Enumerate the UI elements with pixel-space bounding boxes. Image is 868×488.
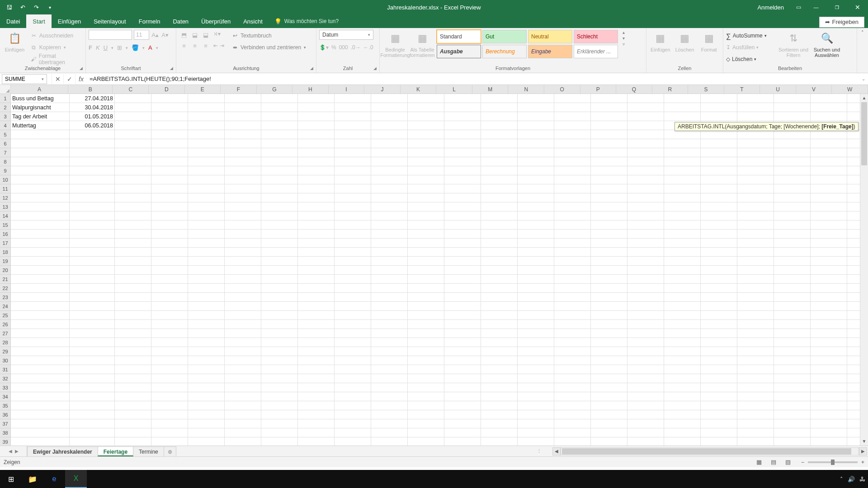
cell[interactable] xyxy=(115,248,151,257)
cell[interactable] xyxy=(811,329,847,338)
cell[interactable] xyxy=(444,284,481,293)
cell[interactable] xyxy=(554,419,591,428)
cell[interactable] xyxy=(115,365,151,374)
row-header[interactable]: 21 xyxy=(0,275,11,284)
cell[interactable] xyxy=(774,302,811,311)
redo-icon[interactable]: ↷ xyxy=(30,1,42,14)
cell[interactable] xyxy=(298,221,335,230)
decrease-decimal-icon[interactable]: ←.0 xyxy=(363,44,373,51)
zoom-in-icon[interactable]: + xyxy=(861,459,864,465)
find-select-button[interactable]: 🔍Suchen und Auswählen xyxy=(811,30,843,58)
cell[interactable] xyxy=(554,284,591,293)
cell[interactable] xyxy=(261,221,298,230)
decrease-indent-icon[interactable]: ⇤ xyxy=(213,42,218,49)
cell[interactable] xyxy=(408,184,444,193)
cell[interactable] xyxy=(664,293,701,302)
cell[interactable] xyxy=(701,230,737,239)
cell[interactable] xyxy=(737,175,774,184)
cell[interactable] xyxy=(298,257,335,266)
cell[interactable] xyxy=(554,338,591,347)
cell[interactable] xyxy=(774,356,811,365)
cell[interactable] xyxy=(408,302,444,311)
cell[interactable] xyxy=(627,112,664,121)
cell[interactable] xyxy=(188,202,225,211)
cell[interactable] xyxy=(298,94,335,103)
cell[interactable] xyxy=(518,94,554,103)
dialog-launcher-icon[interactable]: ◢ xyxy=(373,65,377,72)
cell[interactable] xyxy=(371,329,408,338)
cell[interactable] xyxy=(335,275,371,284)
cell[interactable] xyxy=(151,266,188,275)
excel-taskbar-icon[interactable]: X xyxy=(65,470,87,488)
cell[interactable] xyxy=(298,419,335,428)
cell[interactable] xyxy=(444,121,481,130)
cell[interactable] xyxy=(554,266,591,275)
cell[interactable] xyxy=(737,329,774,338)
col-header[interactable]: Q xyxy=(616,85,652,94)
align-left-icon[interactable]: ≡ xyxy=(179,41,189,51)
cell[interactable] xyxy=(444,329,481,338)
cell[interactable] xyxy=(701,148,737,157)
row-header[interactable]: 22 xyxy=(0,284,11,293)
cell[interactable] xyxy=(261,202,298,211)
cell[interactable] xyxy=(518,356,554,365)
cell[interactable] xyxy=(371,275,408,284)
cell[interactable] xyxy=(225,284,261,293)
cell[interactable] xyxy=(518,338,554,347)
cell[interactable] xyxy=(481,275,518,284)
tab-datei[interactable]: Datei xyxy=(0,14,26,28)
tab-seitenlayout[interactable]: Seitenlayout xyxy=(87,14,132,28)
cell[interactable] xyxy=(408,94,444,103)
cell[interactable] xyxy=(627,356,664,365)
cell[interactable] xyxy=(481,130,518,139)
worksheet-grid[interactable]: 1Buss und Bettag27.04.20182Walpurgisnach… xyxy=(0,94,868,446)
cell[interactable] xyxy=(298,365,335,374)
cell[interactable] xyxy=(408,211,444,221)
row-header[interactable]: 12 xyxy=(0,193,11,202)
cell[interactable] xyxy=(70,365,115,374)
cell[interactable] xyxy=(774,428,811,437)
row-header[interactable]: 34 xyxy=(0,392,11,401)
cell[interactable] xyxy=(481,112,518,121)
cell[interactable] xyxy=(70,356,115,365)
cell[interactable] xyxy=(737,392,774,401)
cell[interactable] xyxy=(151,374,188,383)
cell[interactable] xyxy=(408,392,444,401)
cell[interactable] xyxy=(737,356,774,365)
cell[interactable] xyxy=(481,221,518,230)
cell[interactable] xyxy=(408,193,444,202)
cell[interactable] xyxy=(811,230,847,239)
cell[interactable] xyxy=(261,338,298,347)
orientation-icon[interactable]: ⤭▾ xyxy=(213,31,224,41)
cell[interactable] xyxy=(115,329,151,338)
cell[interactable] xyxy=(115,139,151,148)
cell[interactable] xyxy=(627,166,664,175)
cell[interactable] xyxy=(664,284,701,293)
currency-icon[interactable]: 💲▾ xyxy=(319,44,329,51)
cell[interactable] xyxy=(151,130,188,139)
cell[interactable] xyxy=(444,365,481,374)
cell[interactable] xyxy=(481,311,518,320)
cell[interactable] xyxy=(225,347,261,356)
cell[interactable] xyxy=(298,320,335,329)
cell[interactable] xyxy=(371,338,408,347)
cell[interactable] xyxy=(408,401,444,410)
row-header[interactable]: 13 xyxy=(0,202,11,211)
cell[interactable] xyxy=(371,410,408,419)
cell[interactable] xyxy=(737,410,774,419)
cell[interactable] xyxy=(518,166,554,175)
cell[interactable] xyxy=(11,320,70,329)
cell[interactable] xyxy=(591,428,627,437)
cell[interactable] xyxy=(811,383,847,392)
col-header[interactable]: R xyxy=(652,85,689,94)
cell[interactable] xyxy=(115,184,151,193)
cell[interactable] xyxy=(11,374,70,383)
cell[interactable] xyxy=(737,130,774,139)
cell[interactable] xyxy=(811,266,847,275)
cell[interactable] xyxy=(774,211,811,221)
cell[interactable] xyxy=(664,302,701,311)
cell[interactable] xyxy=(774,284,811,293)
cell[interactable] xyxy=(335,157,371,166)
cell[interactable] xyxy=(591,401,627,410)
cell[interactable] xyxy=(811,338,847,347)
